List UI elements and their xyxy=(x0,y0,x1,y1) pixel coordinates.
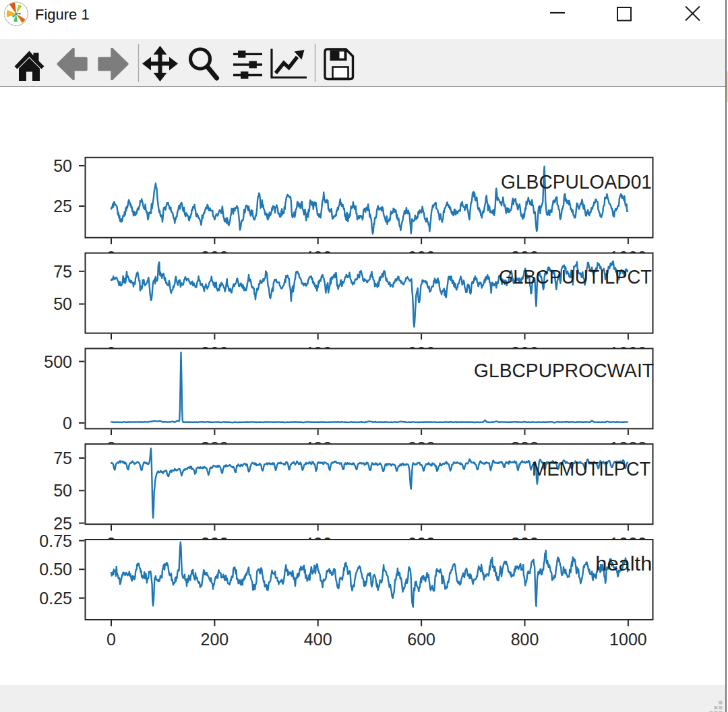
svg-text:0.75: 0.75 xyxy=(39,531,72,550)
svg-text:500: 500 xyxy=(44,352,72,371)
svg-text:25: 25 xyxy=(53,197,72,216)
svg-text:GLBCPUUTILPCT: GLBCPUUTILPCT xyxy=(499,265,652,288)
svg-text:25: 25 xyxy=(53,514,72,533)
svg-text:1000: 1000 xyxy=(609,630,647,649)
svg-text:MEMUTILPCT: MEMUTILPCT xyxy=(532,457,650,480)
svg-text:health: health xyxy=(595,552,652,575)
svg-text:75: 75 xyxy=(53,262,72,281)
svg-text:400: 400 xyxy=(304,630,332,649)
svg-text:50: 50 xyxy=(53,294,72,313)
svg-text:50: 50 xyxy=(53,481,72,500)
svg-text:800: 800 xyxy=(511,630,539,649)
svg-text:50: 50 xyxy=(53,156,72,175)
svg-text:GLBCPUPROCWAIT: GLBCPUPROCWAIT xyxy=(474,359,654,381)
svg-text:0: 0 xyxy=(107,630,116,649)
svg-text:0.25: 0.25 xyxy=(39,589,72,608)
svg-text:GLBCPULOAD01: GLBCPULOAD01 xyxy=(501,170,652,193)
svg-text:200: 200 xyxy=(201,630,229,649)
svg-text:600: 600 xyxy=(407,630,435,649)
svg-text:0: 0 xyxy=(63,414,72,432)
svg-text:75: 75 xyxy=(53,449,72,467)
svg-text:0.50: 0.50 xyxy=(39,560,72,579)
